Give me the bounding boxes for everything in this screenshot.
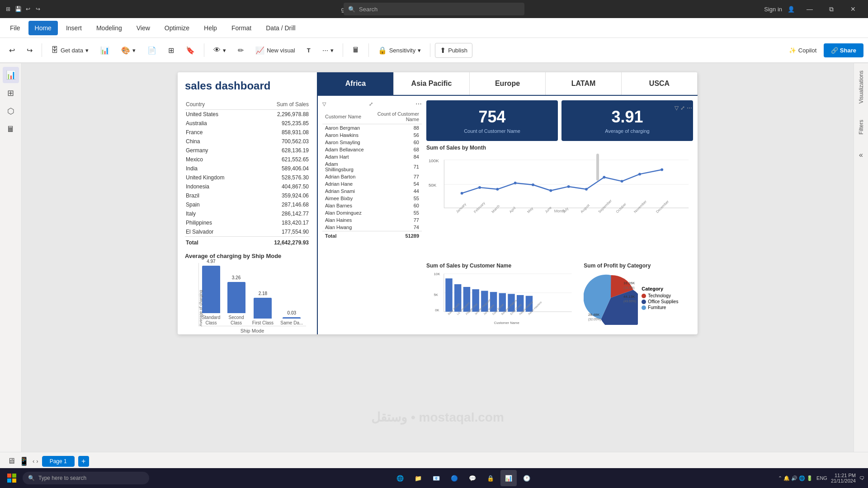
collapse-icon[interactable]: «	[859, 151, 863, 159]
country-header: Country	[185, 99, 250, 110]
page-button[interactable]: 📄	[143, 43, 161, 57]
filter-icon[interactable]: ▽	[322, 101, 326, 107]
copilot-button[interactable]: ✨ Copilot	[784, 44, 821, 56]
tab-latam[interactable]: LATAM	[546, 72, 622, 95]
customer-total-value: 51289	[368, 231, 422, 240]
tab-optimize[interactable]: Optimize	[158, 21, 196, 35]
model-icon[interactable]: ⬡	[3, 103, 19, 119]
pencil-button[interactable]: ✏	[233, 43, 248, 57]
page-prev-icon[interactable]: ‹	[33, 458, 34, 465]
user-icon[interactable]: 👤	[788, 6, 795, 13]
redo-icon[interactable]: ↪	[34, 5, 42, 13]
start-button[interactable]	[4, 470, 20, 486]
svg-point-16	[638, 173, 641, 175]
technology-label: Technology	[648, 293, 671, 298]
sep5	[430, 43, 430, 57]
tab-modeling[interactable]: Modeling	[90, 21, 128, 35]
expand-icon[interactable]: ⤢	[369, 101, 373, 107]
textbox-button[interactable]: T	[302, 44, 315, 56]
list-item: Aaron Smayling60	[322, 139, 422, 146]
watermark: وستقل • mostaqal.com	[371, 410, 504, 425]
signin-label[interactable]: Sign in	[764, 6, 782, 13]
taskbar-edge[interactable]: 🌐	[392, 470, 408, 486]
minimize-button[interactable]: —	[799, 2, 820, 16]
bar-same-day: 0.03 Same Da...	[280, 310, 303, 326]
tab-file[interactable]: File	[4, 21, 27, 35]
undo-button[interactable]: ↩	[5, 43, 19, 57]
tab-view[interactable]: View	[130, 21, 156, 35]
save-icon[interactable]: 💾	[14, 5, 22, 13]
customer-count-header: Count of Customer Name	[368, 109, 422, 124]
report-icon[interactable]: 📊	[3, 67, 19, 83]
new-visual-button[interactable]: 📈 New visual	[251, 43, 300, 57]
title-search-box[interactable]: 🔍 Search	[344, 3, 524, 15]
legend-title: Category	[642, 286, 678, 291]
svg-text:May: May	[526, 206, 534, 214]
page-next-icon[interactable]: ›	[36, 458, 38, 465]
mobile-view-icon[interactable]: 📱	[19, 456, 29, 466]
taskbar-files[interactable]: 📁	[410, 470, 426, 486]
close-button[interactable]: ✕	[843, 2, 863, 16]
dax-icon[interactable]: 🖩	[3, 121, 19, 137]
undo-icon[interactable]: ↩	[24, 5, 32, 13]
taskbar-app5[interactable]: 🔒	[482, 470, 499, 486]
taskbar-search[interactable]: 🔍 Type here to search	[23, 472, 149, 484]
tab-insert[interactable]: Insert	[60, 21, 88, 35]
theme-button[interactable]: 🎨 ▾	[117, 43, 140, 57]
tab-asia-pacific[interactable]: Asia Pacific	[394, 72, 470, 95]
notification-icon[interactable]: 🗨	[859, 475, 864, 481]
more-icon[interactable]: ⋯	[415, 100, 422, 108]
add-page-button[interactable]: +	[78, 456, 89, 467]
tab-africa[interactable]: Africa	[318, 72, 394, 95]
share-button[interactable]: 🔗 Share	[824, 43, 863, 57]
tab-format[interactable]: Format	[225, 21, 258, 35]
svg-text:April: April	[509, 206, 517, 214]
svg-rect-69	[12, 479, 16, 483]
toolbar: ↩ ↪ 🗄 Get data ▾ 📊 🎨 ▾ 📄 ⊞ 🔖 👁 ▾ ✏ 📈 New…	[0, 38, 868, 63]
taskbar-chrome[interactable]: 🔵	[446, 470, 462, 486]
legend-office-supplies: Office Supplies	[642, 299, 678, 304]
more-visuals-button[interactable]: ⋯ ▾	[318, 44, 338, 56]
tab-home[interactable]: Home	[28, 21, 58, 35]
taskbar-search-text: Type here to search	[38, 475, 86, 481]
taskbar-clock[interactable]: 🕐	[519, 470, 535, 486]
page-1-button[interactable]: Page 1	[42, 456, 75, 467]
desktop-view-icon[interactable]: 🖥	[7, 456, 15, 466]
tab-data-drill[interactable]: Data / Drill	[259, 21, 302, 35]
line-chart: Sum of Sales by Month 100K 50K	[426, 145, 693, 255]
svg-rect-38	[445, 278, 452, 312]
svg-text:Month: Month	[554, 209, 566, 213]
redo-button[interactable]: ↪	[22, 43, 37, 57]
tab-help[interactable]: Help	[198, 21, 223, 35]
kpi-expand-icon[interactable]: ⤢	[680, 105, 685, 111]
kpi-more-icon[interactable]: ⋯	[687, 105, 692, 111]
ribbon-tabs: File Home Insert Modeling View Optimize …	[0, 18, 868, 38]
tab-usca[interactable]: USCA	[622, 72, 698, 95]
taskbar-sys-tray: ⌃ 🔔 🔊 🌐 🔋 ENG 11:21 PM 21/11/2024 🗨	[778, 473, 864, 483]
canvas-area: sales dashboard Country Sum of Sales Uni…	[22, 63, 854, 452]
bookmark-button[interactable]: 🔖	[181, 43, 199, 57]
bar-first: 2.18 First Class	[252, 291, 274, 326]
svg-text:5K: 5K	[434, 293, 439, 297]
get-data-button[interactable]: 🗄 Get data ▾	[47, 43, 93, 57]
table-view-icon[interactable]: ⊞	[3, 85, 19, 101]
table-row: France858,931.08	[185, 128, 310, 137]
filters-label[interactable]: Filters	[858, 116, 864, 138]
svg-text:50K: 50K	[429, 183, 437, 188]
tab-europe[interactable]: Europe	[470, 72, 546, 95]
taskbar-powerbi[interactable]: 📊	[500, 470, 517, 486]
table-button[interactable]: ⊞	[164, 43, 179, 57]
excel-button[interactable]: 📊	[96, 43, 114, 57]
calculator-button[interactable]: 🖩	[348, 43, 364, 57]
sensitivity-button[interactable]: 🔒 Sensitivity ▾	[373, 43, 426, 57]
list-item: Alan Dominguez55	[322, 209, 422, 216]
visual-dropdown-button[interactable]: 👁 ▾	[209, 43, 231, 57]
visualizations-label[interactable]: Visualizations	[858, 67, 864, 107]
taskbar: 🔍 Type here to search 🌐 📁 📧 🔵 💬 🔒 📊 🕐 ⌃ …	[0, 468, 868, 488]
taskbar-mail[interactable]: 📧	[428, 470, 444, 486]
kpi-filter-icon[interactable]: ▽	[675, 105, 679, 111]
restore-button[interactable]: ⧉	[821, 2, 842, 16]
taskbar-messenger[interactable]: 💬	[464, 470, 481, 486]
svg-point-6	[461, 192, 463, 195]
publish-button[interactable]: ⬆ Publish	[435, 43, 472, 58]
